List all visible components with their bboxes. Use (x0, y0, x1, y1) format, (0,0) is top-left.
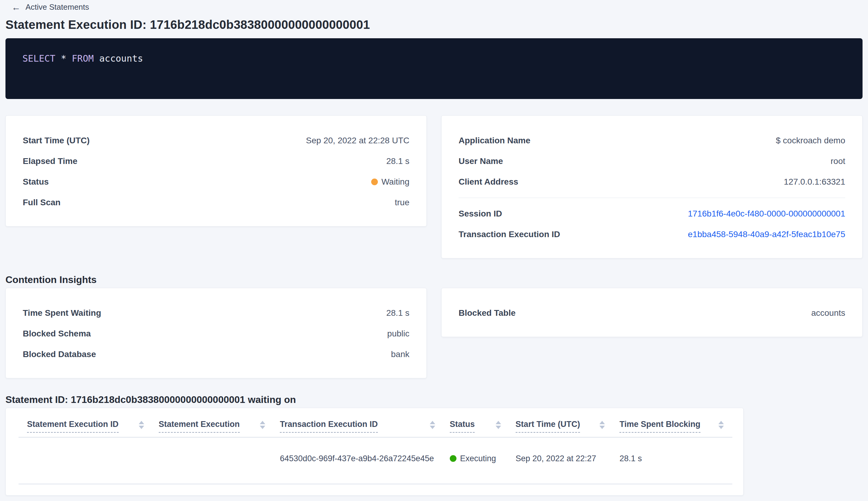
detail-row-transaction-execution-id: Transaction Execution ID e1bba458-5948-4… (458, 224, 845, 245)
sort-icon[interactable] (430, 421, 435, 429)
application-name-label: Application Name (458, 136, 530, 146)
contention-insights-heading: Contention Insights (6, 274, 862, 285)
detail-row-elapsed-time: Elapsed Time 28.1 s (23, 151, 410, 172)
column-header-label: Statement Execution (159, 420, 240, 433)
application-name-value: $ cockroach demo (776, 136, 845, 146)
waiting-status-dot-icon (371, 179, 378, 185)
blocked-schema-value: public (387, 329, 410, 339)
executing-status-dot-icon (450, 455, 456, 462)
sql-keyword-select: SELECT (22, 53, 55, 64)
waiting-on-heading: Statement ID: 1716b218dc0b38380000000000… (6, 394, 862, 405)
elapsed-time-value: 28.1 s (386, 156, 410, 167)
blocked-table-label: Blocked Table (458, 308, 516, 318)
status-label: Status (23, 177, 49, 187)
detail-row-session-id: Session ID 1716b1f6-4e0c-f480-0000-00000… (458, 203, 845, 224)
cell-start-time: Sep 20, 2022 at 22:27 (516, 454, 620, 463)
sort-icon[interactable] (718, 421, 724, 429)
detail-row-time-spent-waiting: Time Spent Waiting 28.1 s (23, 303, 410, 323)
detail-row-user-name: User Name root (458, 151, 845, 172)
session-details-card: Application Name $ cockroach demo User N… (441, 115, 862, 258)
column-header-time-spent-blocking[interactable]: Time Spent Blocking (619, 420, 731, 433)
statement-execution-details-page: ← Active Statements Statement Execution … (0, 0, 868, 495)
back-to-active-statements-link[interactable]: ← Active Statements (6, 0, 89, 12)
user-name-label: User Name (458, 156, 503, 167)
column-header-start-time[interactable]: Start Time (UTC) (516, 420, 620, 433)
waiting-statements-table-card: Statement Execution ID Statement Executi… (6, 408, 744, 495)
column-header-label: Time Spent Blocking (619, 420, 701, 433)
time-spent-waiting-label: Time Spent Waiting (23, 308, 101, 318)
blocked-table-card: Blocked Table accounts (441, 288, 862, 337)
full-scan-label: Full Scan (23, 198, 61, 208)
column-header-label: Statement Execution ID (27, 420, 119, 433)
detail-row-full-scan: Full Scan true (23, 192, 410, 213)
detail-row-blocked-schema: Blocked Schema public (23, 323, 410, 344)
session-id-link[interactable]: 1716b1f6-4e0c-f480-0000-000000000001 (688, 209, 845, 219)
sql-keyword-from: FROM (72, 53, 94, 64)
sort-icon[interactable] (496, 421, 501, 429)
sql-statement-box: SELECT * FROM accounts (6, 38, 862, 99)
blocked-table-value: accounts (811, 308, 845, 318)
full-scan-value: true (395, 198, 410, 208)
column-header-transaction-execution-id[interactable]: Transaction Execution ID (280, 420, 450, 433)
sql-table-name: accounts (99, 53, 143, 64)
detail-row-status: Status Waiting (23, 172, 410, 192)
sort-icon[interactable] (599, 421, 605, 429)
back-link-label: Active Statements (25, 2, 89, 12)
cell-transaction-execution-id: 64530d0c-969f-437e-a9b4-26a72245e45e (280, 454, 450, 463)
client-address-label: Client Address (458, 177, 518, 187)
user-name-value: root (831, 156, 845, 167)
transaction-execution-id-label: Transaction Execution ID (458, 229, 560, 239)
table-row: 64530d0c-969f-437e-a9b4-26a72245e45e Exe… (6, 438, 743, 479)
sql-star: * (61, 53, 66, 64)
column-header-label: Start Time (UTC) (516, 420, 580, 433)
blocked-database-label: Blocked Database (23, 349, 96, 360)
elapsed-time-label: Elapsed Time (23, 156, 77, 167)
detail-row-client-address: Client Address 127.0.0.1:63321 (458, 172, 845, 192)
status-value-text: Waiting (381, 177, 410, 187)
column-header-statement-execution-id[interactable]: Statement Execution ID (27, 420, 159, 433)
card-divider (458, 198, 845, 198)
start-time-value: Sep 20, 2022 at 22:28 UTC (306, 136, 410, 146)
table-divider (19, 484, 733, 484)
sort-icon[interactable] (139, 421, 144, 429)
contention-details-card: Time Spent Waiting 28.1 s Blocked Schema… (6, 288, 427, 379)
detail-row-blocked-database: Blocked Database bank (23, 344, 410, 365)
cell-status: Executing (450, 454, 516, 463)
cell-time-spent-blocking: 28.1 s (619, 454, 731, 463)
session-id-label: Session ID (458, 209, 502, 219)
sort-icon[interactable] (260, 421, 265, 429)
page-title: Statement Execution ID: 1716b218dc0b3838… (6, 18, 862, 32)
status-value: Waiting (371, 177, 410, 187)
detail-row-blocked-table: Blocked Table accounts (458, 303, 845, 323)
blocked-schema-label: Blocked Schema (23, 329, 91, 339)
transaction-execution-id-link[interactable]: e1bba458-5948-40a9-a42f-5feac1b10e75 (688, 229, 845, 239)
column-header-label: Status (450, 420, 475, 433)
detail-row-start-time: Start Time (UTC) Sep 20, 2022 at 22:28 U… (23, 130, 410, 151)
waiting-table-header-row: Statement Execution ID Statement Executi… (6, 420, 743, 433)
back-arrow-icon: ← (12, 3, 21, 12)
column-header-statement-execution[interactable]: Statement Execution (159, 420, 280, 433)
detail-row-application-name: Application Name $ cockroach demo (458, 130, 845, 151)
execution-overview-card: Start Time (UTC) Sep 20, 2022 at 22:28 U… (6, 115, 427, 226)
time-spent-waiting-value: 28.1 s (386, 308, 410, 318)
column-header-label: Transaction Execution ID (280, 420, 378, 433)
cell-status-text: Executing (460, 454, 496, 463)
client-address-value: 127.0.0.1:63321 (784, 177, 845, 187)
start-time-label: Start Time (UTC) (23, 136, 89, 146)
column-header-status[interactable]: Status (450, 420, 516, 433)
blocked-database-value: bank (391, 349, 410, 360)
